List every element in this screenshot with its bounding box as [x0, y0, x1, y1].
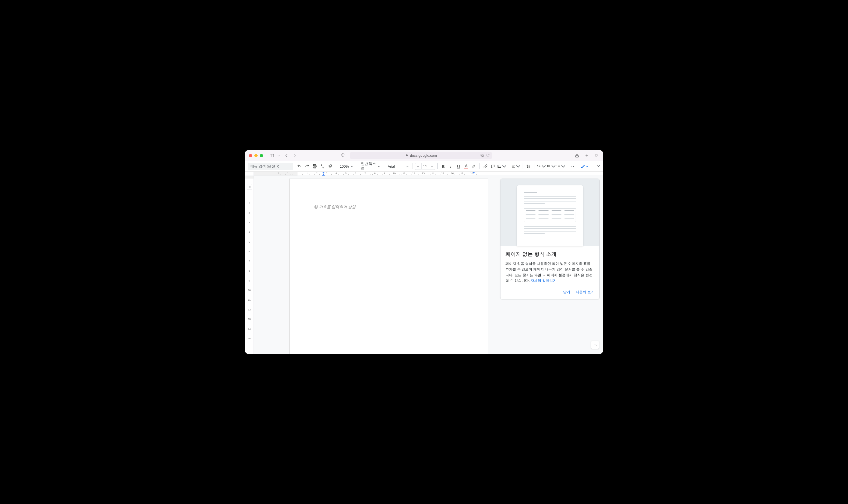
highlight-color-button[interactable]: [470, 163, 477, 170]
align-button[interactable]: [511, 163, 520, 170]
document-page[interactable]: @ 기호를 입력하여 삽입: [289, 179, 488, 354]
left-indent-marker[interactable]: [322, 174, 325, 176]
more-tools-button[interactable]: ⋯: [570, 163, 577, 169]
document-outline-button[interactable]: [247, 184, 252, 190]
paragraph-style-dropdown[interactable]: 일반 텍스트: [359, 163, 382, 170]
separator: [523, 163, 523, 169]
svg-point-24: [547, 166, 547, 167]
italic-button[interactable]: I: [447, 163, 454, 170]
promo-illustration: [500, 179, 599, 246]
text-color-button[interactable]: A: [462, 163, 470, 170]
promo-title: 페이지 없는 형식 소개: [506, 251, 595, 258]
paint-format-button[interactable]: [326, 163, 334, 170]
window-controls: [249, 154, 263, 157]
style-value: 일반 텍스트: [361, 161, 376, 171]
new-tab-button[interactable]: [584, 153, 589, 158]
url-text: docs.google.com: [410, 154, 437, 158]
promo-close-button[interactable]: 닫기: [563, 290, 570, 294]
minimize-window-button[interactable]: [254, 154, 258, 157]
promo-body: 페이지 없는 형식 소개 페이지 없음 형식을 사용하면 폭이 넓은 이미지와 …: [500, 246, 599, 287]
back-button[interactable]: [284, 153, 289, 158]
maximize-window-button[interactable]: [260, 154, 263, 157]
bold-button[interactable]: B: [440, 163, 447, 170]
bulleted-list-button[interactable]: [546, 163, 556, 170]
nav-arrows: [284, 153, 298, 158]
spellcheck-button[interactable]: [319, 163, 326, 170]
lock-icon: [405, 154, 408, 158]
hide-menus-button[interactable]: [597, 164, 600, 168]
svg-text:2: 2: [556, 166, 557, 167]
svg-point-13: [499, 166, 499, 166]
increase-font-size-button[interactable]: +: [429, 164, 435, 169]
insert-link-button[interactable]: [482, 163, 489, 170]
editing-mode-dropdown[interactable]: [580, 162, 589, 170]
chevron-down-icon[interactable]: [277, 154, 280, 157]
sidebar-toggle-button[interactable]: [268, 152, 276, 159]
svg-rect-5: [595, 154, 596, 155]
insert-image-button[interactable]: [497, 163, 507, 170]
browser-window: docs.google.com 메뉴 검색 (옵션+/) 100% 일반 텍스트: [245, 150, 603, 354]
tab-overview-button[interactable]: [594, 153, 599, 158]
zoom-dropdown[interactable]: 100%: [338, 163, 355, 170]
address-bar[interactable]: docs.google.com: [350, 152, 492, 159]
redo-button[interactable]: [303, 163, 311, 170]
separator: [336, 163, 336, 169]
forward-button[interactable]: [292, 153, 298, 158]
horizontal-ruler[interactable]: 21123456789101112131415161718: [254, 172, 603, 176]
insert-placeholder-hint: @ 기호를 입력하여 삽입: [314, 204, 356, 210]
pencil-icon: [581, 164, 585, 169]
caret-down-icon: [351, 165, 353, 168]
decrease-font-size-button[interactable]: −: [415, 164, 421, 169]
privacy-shield-icon[interactable]: [341, 153, 345, 158]
reload-button[interactable]: [486, 153, 490, 158]
caret-down-icon: [406, 165, 409, 168]
print-button[interactable]: [311, 163, 318, 170]
first-line-indent-marker[interactable]: [322, 172, 325, 174]
line-spacing-button[interactable]: [525, 163, 532, 170]
font-size-control: − 11 +: [415, 163, 435, 170]
font-family-dropdown[interactable]: Arial: [386, 163, 410, 170]
svg-rect-7: [595, 156, 596, 157]
add-comment-button[interactable]: [490, 163, 497, 170]
zoom-value: 100%: [340, 164, 349, 168]
vertical-ruler[interactable]: 123456789101112131415: [245, 176, 254, 354]
browser-toolbar: docs.google.com: [245, 150, 603, 161]
svg-text:1: 1: [556, 165, 557, 166]
ruler-row: 21123456789101112131415161718: [245, 172, 603, 176]
ruler-corner: [245, 172, 254, 176]
checklist-button[interactable]: [536, 163, 546, 170]
svg-point-22: [547, 165, 547, 166]
menu-search-input[interactable]: 메뉴 검색 (옵션+/): [248, 163, 293, 170]
svg-rect-8: [597, 156, 598, 157]
separator: [437, 163, 438, 169]
separator: [534, 163, 534, 169]
document-viewport: @ 기호를 입력하여 삽입: [254, 176, 603, 354]
underline-button[interactable]: U: [455, 163, 462, 170]
separator: [509, 163, 509, 169]
content-area: 123456789101112131415 @ 기호를 입력하여 삽입: [245, 176, 603, 354]
caret-down-icon: [378, 165, 380, 168]
menu-search-placeholder: 메뉴 검색 (옵션+/): [250, 164, 279, 169]
separator: [592, 163, 592, 169]
separator: [412, 163, 413, 169]
pageless-promo-card: 페이지 없는 형식 소개 페이지 없음 형식을 사용하면 폭이 넓은 이미지와 …: [500, 179, 600, 299]
share-button[interactable]: [575, 153, 580, 158]
promo-description: 페이지 없음 형식을 사용하면 폭이 넓은 이미지와 표를 추가할 수 있으며 …: [506, 261, 595, 284]
font-size-input[interactable]: 11: [421, 163, 429, 169]
caret-down-icon: [586, 165, 588, 168]
browser-right-controls: [575, 153, 599, 158]
font-value: Arial: [388, 164, 405, 168]
numbered-list-button[interactable]: 12: [556, 163, 566, 170]
undo-button[interactable]: [296, 163, 303, 170]
explore-button[interactable]: [591, 341, 599, 349]
svg-rect-6: [597, 154, 598, 155]
close-window-button[interactable]: [249, 154, 252, 157]
separator: [357, 163, 357, 169]
promo-try-button[interactable]: 사용해 보기: [576, 290, 595, 294]
docs-toolbar: 메뉴 검색 (옵션+/) 100% 일반 텍스트 Arial − 11 + B: [245, 161, 603, 172]
promo-actions: 닫기 사용해 보기: [500, 287, 599, 299]
translate-icon[interactable]: [480, 153, 484, 158]
learn-more-link[interactable]: 자세히 알아보기: [531, 278, 556, 283]
separator: [479, 163, 480, 169]
right-indent-marker[interactable]: [472, 172, 475, 174]
